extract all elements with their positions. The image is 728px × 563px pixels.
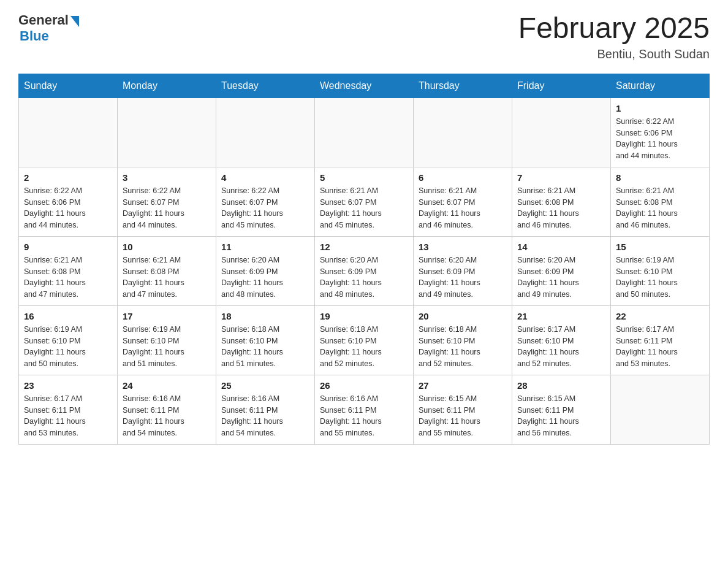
calendar-cell: 24Sunrise: 6:16 AM Sunset: 6:11 PM Dayli… [118,375,216,444]
day-number: 14 [517,242,605,252]
day-info: Sunrise: 6:18 AM Sunset: 6:10 PM Dayligh… [320,324,408,370]
day-number: 9 [24,242,112,252]
day-header-wednesday: Wednesday [315,74,414,98]
day-number: 3 [123,172,211,183]
day-number: 28 [517,380,605,391]
day-info: Sunrise: 6:21 AM Sunset: 6:08 PM Dayligh… [24,255,112,301]
day-number: 8 [616,172,704,183]
calendar-cell: 11Sunrise: 6:20 AM Sunset: 6:09 PM Dayli… [216,236,315,305]
day-number: 16 [24,311,112,321]
day-number: 7 [517,172,605,183]
day-number: 24 [123,380,211,391]
calendar-cell: 7Sunrise: 6:21 AM Sunset: 6:08 PM Daylig… [512,167,611,236]
calendar-cell: 15Sunrise: 6:19 AM Sunset: 6:10 PM Dayli… [611,236,710,305]
calendar-cell: 28Sunrise: 6:15 AM Sunset: 6:11 PM Dayli… [512,375,611,444]
title-section: February 2025 Bentiu, South Sudan [518,12,710,61]
day-number: 21 [517,311,605,321]
calendar-cell [19,98,118,167]
day-number: 1 [616,103,704,113]
day-number: 13 [419,242,507,252]
day-info: Sunrise: 6:15 AM Sunset: 6:11 PM Dayligh… [517,393,605,439]
day-info: Sunrise: 6:22 AM Sunset: 6:07 PM Dayligh… [221,185,309,231]
month-title: February 2025 [518,12,710,45]
day-header-monday: Monday [118,74,216,98]
day-number: 15 [616,242,704,252]
day-number: 20 [419,311,507,321]
day-number: 18 [221,311,309,321]
week-row-1: 1Sunrise: 6:22 AM Sunset: 6:06 PM Daylig… [19,98,710,167]
day-info: Sunrise: 6:18 AM Sunset: 6:10 PM Dayligh… [419,324,507,370]
day-info: Sunrise: 6:17 AM Sunset: 6:11 PM Dayligh… [24,393,112,439]
calendar-cell: 2Sunrise: 6:22 AM Sunset: 6:06 PM Daylig… [19,167,118,236]
calendar-cell [414,98,512,167]
calendar-cell: 9Sunrise: 6:21 AM Sunset: 6:08 PM Daylig… [19,236,118,305]
day-info: Sunrise: 6:22 AM Sunset: 6:06 PM Dayligh… [24,185,112,231]
day-header-tuesday: Tuesday [216,74,315,98]
calendar-cell: 3Sunrise: 6:22 AM Sunset: 6:07 PM Daylig… [118,167,216,236]
calendar-cell [315,98,414,167]
day-info: Sunrise: 6:15 AM Sunset: 6:11 PM Dayligh… [419,393,507,439]
day-info: Sunrise: 6:19 AM Sunset: 6:10 PM Dayligh… [24,324,112,370]
calendar-cell: 23Sunrise: 6:17 AM Sunset: 6:11 PM Dayli… [19,375,118,444]
location: Bentiu, South Sudan [518,47,710,61]
logo: General Blue [18,12,79,44]
calendar-cell: 1Sunrise: 6:22 AM Sunset: 6:06 PM Daylig… [611,98,710,167]
day-info: Sunrise: 6:20 AM Sunset: 6:09 PM Dayligh… [320,255,408,301]
logo-blue-text: Blue [20,28,49,44]
day-info: Sunrise: 6:21 AM Sunset: 6:08 PM Dayligh… [517,185,605,231]
day-number: 22 [616,311,704,321]
day-info: Sunrise: 6:22 AM Sunset: 6:06 PM Dayligh… [616,116,704,162]
week-row-5: 23Sunrise: 6:17 AM Sunset: 6:11 PM Dayli… [19,375,710,444]
day-number: 27 [419,380,507,391]
day-number: 5 [320,172,408,183]
calendar-cell: 27Sunrise: 6:15 AM Sunset: 6:11 PM Dayli… [414,375,512,444]
day-info: Sunrise: 6:16 AM Sunset: 6:11 PM Dayligh… [320,393,408,439]
day-number: 17 [123,311,211,321]
day-number: 2 [24,172,112,183]
day-number: 11 [221,242,309,252]
day-header-saturday: Saturday [611,74,710,98]
calendar-header-row: SundayMondayTuesdayWednesdayThursdayFrid… [19,74,710,98]
calendar-cell: 21Sunrise: 6:17 AM Sunset: 6:10 PM Dayli… [512,305,611,375]
day-info: Sunrise: 6:16 AM Sunset: 6:11 PM Dayligh… [221,393,309,439]
calendar-cell: 20Sunrise: 6:18 AM Sunset: 6:10 PM Dayli… [414,305,512,375]
week-row-4: 16Sunrise: 6:19 AM Sunset: 6:10 PM Dayli… [19,305,710,375]
day-number: 12 [320,242,408,252]
week-row-3: 9Sunrise: 6:21 AM Sunset: 6:08 PM Daylig… [19,236,710,305]
week-row-2: 2Sunrise: 6:22 AM Sunset: 6:06 PM Daylig… [19,167,710,236]
day-header-friday: Friday [512,74,611,98]
calendar-cell [216,98,315,167]
day-number: 26 [320,380,408,391]
day-number: 10 [123,242,211,252]
calendar-cell: 4Sunrise: 6:22 AM Sunset: 6:07 PM Daylig… [216,167,315,236]
day-number: 6 [419,172,507,183]
calendar-cell: 19Sunrise: 6:18 AM Sunset: 6:10 PM Dayli… [315,305,414,375]
calendar-cell: 5Sunrise: 6:21 AM Sunset: 6:07 PM Daylig… [315,167,414,236]
calendar-cell: 12Sunrise: 6:20 AM Sunset: 6:09 PM Dayli… [315,236,414,305]
day-info: Sunrise: 6:19 AM Sunset: 6:10 PM Dayligh… [123,324,211,370]
calendar-cell [611,375,710,444]
calendar-cell: 17Sunrise: 6:19 AM Sunset: 6:10 PM Dayli… [118,305,216,375]
day-info: Sunrise: 6:18 AM Sunset: 6:10 PM Dayligh… [221,324,309,370]
calendar-cell: 26Sunrise: 6:16 AM Sunset: 6:11 PM Dayli… [315,375,414,444]
logo-general-text: General [18,12,69,28]
day-info: Sunrise: 6:21 AM Sunset: 6:08 PM Dayligh… [123,255,211,301]
day-info: Sunrise: 6:21 AM Sunset: 6:08 PM Dayligh… [616,185,704,231]
calendar-cell [512,98,611,167]
day-info: Sunrise: 6:17 AM Sunset: 6:10 PM Dayligh… [517,324,605,370]
day-info: Sunrise: 6:20 AM Sunset: 6:09 PM Dayligh… [517,255,605,301]
page-header: General Blue February 2025 Bentiu, South… [18,12,710,61]
calendar-table: SundayMondayTuesdayWednesdayThursdayFrid… [18,74,710,445]
day-header-sunday: Sunday [19,74,118,98]
day-number: 4 [221,172,309,183]
calendar-cell: 25Sunrise: 6:16 AM Sunset: 6:11 PM Dayli… [216,375,315,444]
calendar-cell: 13Sunrise: 6:20 AM Sunset: 6:09 PM Dayli… [414,236,512,305]
calendar-cell: 14Sunrise: 6:20 AM Sunset: 6:09 PM Dayli… [512,236,611,305]
calendar-cell: 18Sunrise: 6:18 AM Sunset: 6:10 PM Dayli… [216,305,315,375]
day-number: 23 [24,380,112,391]
day-info: Sunrise: 6:20 AM Sunset: 6:09 PM Dayligh… [221,255,309,301]
day-info: Sunrise: 6:17 AM Sunset: 6:11 PM Dayligh… [616,324,704,370]
day-header-thursday: Thursday [414,74,512,98]
day-info: Sunrise: 6:21 AM Sunset: 6:07 PM Dayligh… [320,185,408,231]
calendar-cell: 22Sunrise: 6:17 AM Sunset: 6:11 PM Dayli… [611,305,710,375]
